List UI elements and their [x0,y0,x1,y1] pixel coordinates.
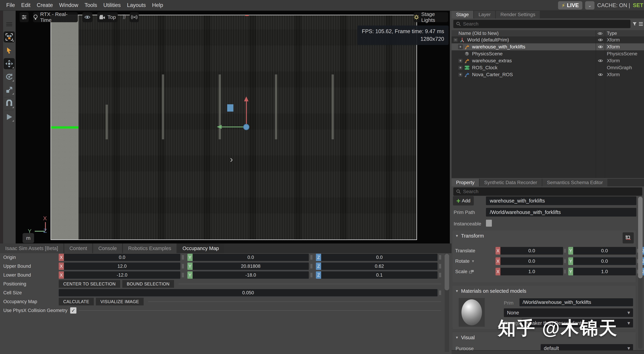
name-column-header[interactable]: Name (Old to New) [458,31,499,36]
lower-bound-y-input[interactable] [192,271,309,279]
materials-header[interactable]: ▼ Materials on selected models [452,286,636,294]
tree-row-world[interactable]: − World (defaultPrim) Xform [452,36,644,43]
link-scale-icon[interactable] [469,270,474,274]
property-scrollbar[interactable] [638,197,642,349]
transform-axes-button[interactable] [623,232,634,244]
lower-bound-z-input[interactable] [321,271,438,279]
transform-header[interactable]: ▼ Transform [452,230,636,239]
settings-link[interactable]: SET [633,2,643,8]
visibility-eye-icon[interactable] [598,44,603,50]
upper-bound-y-input[interactable] [192,263,309,270]
chevron-right-icon[interactable]: › [230,154,233,164]
drag-handle[interactable] [310,255,312,260]
gizmo-y-axis[interactable] [222,126,246,127]
visualize-image-button[interactable]: VISUALIZE IMAGE [96,298,144,306]
property-search[interactable] [453,187,642,196]
toolbar-menu-button[interactable] [4,19,15,30]
material-dropdown[interactable]: None ▼ [504,308,633,317]
material-prim-input[interactable] [520,298,633,306]
tab-occupancy-map[interactable]: Occupancy Map [177,244,224,253]
stage-filter-button[interactable] [632,21,637,27]
center-to-selection-button[interactable]: CENTER TO SELECTION [59,280,120,288]
drag-handle[interactable] [310,264,312,269]
rotate-tool-button[interactable] [4,71,15,82]
renderer-selector[interactable]: RTX - Real-Time [33,12,78,22]
prim-label[interactable]: World (defaultPrim) [467,37,509,43]
play-button[interactable] [4,111,15,122]
viewport-settings-button[interactable] [20,12,29,22]
menu-edit[interactable]: Edit [21,2,30,8]
rotate-x-input[interactable] [500,257,563,265]
tree-row-physics-scene[interactable]: + PhysicsScene PhysicsScene [452,50,644,57]
physx-collision-checkbox[interactable]: ✓ [70,307,76,314]
scale-x-input[interactable] [500,268,563,275]
drag-handle[interactable] [439,255,441,260]
scrollbar-thumb[interactable] [638,197,642,278]
scrollbar-thumb[interactable] [444,254,449,290]
stage-column-header[interactable]: Name (Old to New) Type [452,30,644,36]
visibility-button[interactable] [82,12,92,22]
type-column-header[interactable]: Type [607,31,617,36]
prim-label[interactable]: warehouse_extras [472,58,512,63]
lower-bound-x-input[interactable] [64,271,180,279]
tab-synthetic-data-recorder[interactable]: Synthetic Data Recorder [480,179,542,186]
menu-file[interactable]: File [6,2,15,8]
visibility-eye-icon[interactable] [598,58,603,64]
collapse-expander-icon[interactable]: − [453,38,458,42]
selection-mode-button[interactable] [4,31,15,42]
expand-expander-icon[interactable]: + [458,72,463,77]
stage-search-input[interactable] [463,21,628,27]
camera-selector[interactable]: Top [97,12,118,22]
origin-z-input[interactable] [321,254,438,261]
menu-window[interactable]: Window [59,2,78,8]
units-button[interactable]: m [22,233,34,243]
property-search-input[interactable] [463,189,640,194]
live-button[interactable]: ⚡ LIVE [558,1,582,9]
visibility-eye-icon[interactable] [598,72,603,78]
tab-content[interactable]: Content [64,244,92,253]
gizmo-x-axis[interactable] [246,101,247,127]
bound-selection-button[interactable]: BOUND SELECTION [122,280,174,288]
drag-handle[interactable] [564,259,566,263]
gizmo-origin-handle[interactable] [243,124,250,130]
menu-tools[interactable]: Tools [84,2,97,8]
stage-lights-button[interactable]: Stage Lights [414,12,448,22]
drag-handle[interactable] [310,273,312,277]
tree-row-warehouse-extras[interactable]: + warehouse_extras Xform [452,57,644,64]
drag-handle[interactable] [439,273,441,277]
upper-bound-x-input[interactable] [64,263,180,270]
translate-x-input[interactable] [500,247,563,255]
tab-stage[interactable]: Stage [452,11,473,18]
drag-handle[interactable] [564,249,566,253]
translate-y-input[interactable] [573,247,636,255]
snap-tool-button[interactable] [4,98,15,109]
prim-label[interactable]: ROS_Clock [472,65,498,70]
drag-handle[interactable] [564,270,566,274]
live-dropdown-button[interactable]: ⌄ [585,1,594,9]
menu-help[interactable]: Help [152,2,163,8]
prim-label[interactable]: Nova_Carter_ROS [472,72,513,77]
stage-options-button[interactable] [638,21,643,27]
tree-row-ros-clock[interactable]: + ROS_Clock OmniGraph [452,64,644,71]
tree-row-warehouse-with-forklifts[interactable]: + warehouse_with_forklifts Xform [452,43,644,50]
origin-x-input[interactable] [64,254,180,261]
viewport[interactable]: › RTX - Real-Time Top ⟩⟩ [16,11,450,244]
select-tool-button[interactable] [4,45,15,56]
scale-tool-button[interactable] [4,84,15,95]
stage-search[interactable] [453,20,630,28]
drag-handle[interactable] [439,291,441,295]
menu-create[interactable]: Create [37,2,53,8]
menu-layouts[interactable]: Layouts [127,2,146,8]
tab-isaac-sim-assets[interactable]: Isaac Sim Assets [Beta] [0,244,64,253]
upper-bound-z-input[interactable] [321,263,438,270]
tab-robotics-examples[interactable]: Robotics Examples [123,244,176,253]
prim-path-input[interactable] [486,208,636,217]
expand-expander-icon[interactable]: + [458,58,463,63]
add-property-button[interactable]: + Add [453,196,474,205]
bottom-panel-scrollbar[interactable] [444,254,449,352]
drag-handle[interactable] [182,255,184,260]
rotate-order-caret-icon[interactable]: ▼ [471,259,475,263]
visibility-eye-icon[interactable] [598,37,603,43]
selected-prim-highlight[interactable] [227,104,234,112]
expand-expander-icon[interactable]: + [458,65,463,70]
